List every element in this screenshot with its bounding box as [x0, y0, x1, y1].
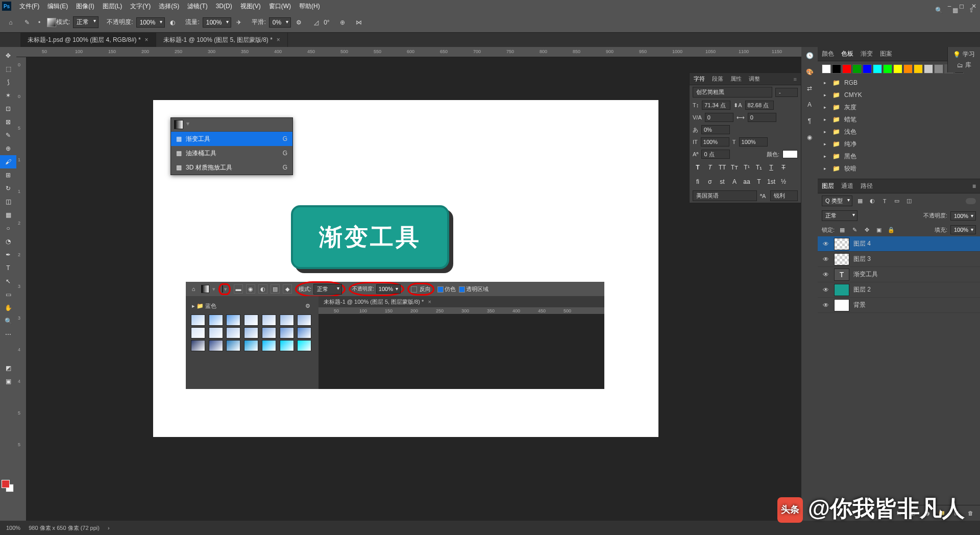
filter-image-icon[interactable]: ▦ — [855, 197, 865, 206]
color-swatch[interactable] — [903, 64, 913, 74]
quick-select-tool[interactable]: ✶ — [0, 89, 16, 102]
layer-name[interactable]: 图层 2 — [853, 285, 871, 294]
flow-dropdown[interactable]: 100% — [203, 17, 232, 28]
file-tab[interactable]: 未标题-1.psd @ 100% (图层 4, RGB/8#) *× — [20, 33, 156, 47]
gradient-preset[interactable] — [262, 314, 276, 326]
quick-mask-tool[interactable]: ◩ — [0, 361, 16, 375]
gradient-preset[interactable] — [262, 340, 276, 351]
type-tool[interactable]: T — [0, 261, 16, 275]
font-style-select[interactable]: - — [775, 88, 798, 97]
gradient-preset[interactable] — [280, 314, 294, 326]
swatch-folder[interactable]: 📁蜡笔 — [818, 113, 980, 126]
swatch-folder[interactable]: 📁RGB — [818, 77, 980, 89]
brush-tool[interactable]: 🖌 — [0, 155, 16, 168]
share-icon[interactable]: ⇪ — [967, 6, 976, 15]
zoom-value[interactable]: 100% — [6, 525, 20, 531]
visibility-icon[interactable]: 👁 — [822, 271, 830, 278]
dither-checkbox[interactable] — [437, 286, 444, 293]
menu-item[interactable]: 帮助(H) — [295, 0, 324, 12]
visibility-icon[interactable]: 👁 — [822, 286, 830, 294]
diamond-gradient-button[interactable]: ◆ — [283, 284, 292, 294]
gradient-preset[interactable] — [209, 327, 223, 338]
allcaps-button[interactable]: TT — [717, 162, 727, 173]
gradient-tool[interactable]: ▦ — [0, 208, 16, 222]
menu-item[interactable]: 图像(I) — [72, 0, 98, 12]
font-family-select[interactable]: 创艺简粗黑 — [693, 87, 772, 98]
shape-tool[interactable]: ▭ — [0, 288, 16, 301]
menu-item[interactable]: 编辑(E) — [43, 0, 72, 12]
linear-gradient-button[interactable]: ▬ — [234, 284, 243, 294]
color-swatch[interactable] — [842, 64, 851, 74]
gradient-preset[interactable] — [280, 340, 294, 351]
color-swatch[interactable] — [924, 64, 933, 74]
gradient-preset[interactable] — [280, 327, 294, 338]
gradient-preset[interactable] — [244, 340, 258, 351]
layer-row[interactable]: 👁图层 3 — [818, 252, 980, 267]
close-icon[interactable]: × — [277, 36, 280, 43]
filter-smart-icon[interactable]: ◫ — [904, 197, 914, 206]
layer-row[interactable]: 👁背景 — [818, 298, 980, 313]
brush-preset-icon[interactable]: • — [35, 18, 44, 27]
vscale-input[interactable] — [701, 137, 729, 147]
swatch-folder[interactable]: 📁黑色 — [818, 150, 980, 162]
paths-tab[interactable]: 路径 — [861, 182, 873, 190]
filter-shape-icon[interactable]: ▭ — [892, 197, 901, 206]
embed-mode-dropdown[interactable]: 正常 — [313, 284, 342, 295]
gradient-preset[interactable] — [244, 327, 258, 338]
color-swatch[interactable] — [863, 64, 872, 74]
gradient-preset[interactable] — [226, 327, 240, 338]
kerning-input[interactable] — [705, 113, 733, 122]
layer-row[interactable]: 👁图层 4 — [818, 236, 980, 252]
lock-pixels-icon[interactable]: ▦ — [838, 225, 847, 234]
tracking-input[interactable] — [748, 113, 776, 122]
library-button[interactable]: 🗂 库 — [957, 61, 971, 69]
smallcaps-button[interactable]: Tᴛ — [729, 162, 740, 173]
preset-settings-icon[interactable]: ⚙ — [303, 301, 312, 310]
swatch-folder[interactable]: 📁浅色 — [818, 126, 980, 138]
paragraph-tab[interactable]: 段落 — [712, 75, 723, 83]
close-icon[interactable]: × — [145, 36, 149, 43]
dodge-tool[interactable]: ◔ — [0, 235, 16, 248]
marquee-tool[interactable]: ⬚ — [0, 62, 16, 76]
layer-fill-dropdown[interactable]: 100% — [950, 225, 976, 234]
swatch-folder[interactable]: 📁CMYK — [818, 89, 980, 101]
layer-row[interactable]: 👁图层 2 — [818, 282, 980, 298]
airbrush-icon[interactable]: ✈ — [234, 18, 243, 27]
filter-toggle[interactable] — [966, 198, 976, 204]
menu-item[interactable]: 图层(L) — [99, 0, 127, 12]
blur-tool[interactable]: ○ — [0, 222, 16, 235]
lasso-tool[interactable]: ⟆ — [0, 76, 16, 89]
workspace-icon[interactable]: ▦ — [950, 6, 960, 15]
char-tab[interactable]: 字符 — [694, 75, 705, 83]
pressure-size-icon[interactable]: ⊕ — [338, 18, 347, 27]
panel-menu-icon[interactable]: ≡ — [794, 76, 797, 82]
swatch-folder[interactable]: 📁灰度 — [818, 101, 980, 113]
gradient-preset[interactable] — [262, 327, 276, 338]
embed-file-tab[interactable]: 未标题-1 @ 100% (图层 5, 图层蒙版/8) *× — [318, 296, 604, 307]
visibility-icon[interactable]: 👁 — [822, 256, 830, 263]
gradient-preset[interactable] — [191, 314, 205, 326]
color-swatch[interactable] — [832, 64, 841, 74]
reverse-checkbox[interactable] — [411, 286, 417, 293]
home-icon[interactable]: ⌂ — [6, 18, 15, 27]
layers-tab[interactable]: 图层 — [822, 182, 834, 190]
layer-name[interactable]: 背景 — [853, 301, 866, 309]
gradient-preset[interactable] — [209, 314, 223, 326]
gradient-preset[interactable] — [297, 314, 311, 326]
gradient-preset[interactable] — [191, 340, 205, 351]
channels-tab[interactable]: 通道 — [841, 182, 853, 190]
gradient-preset[interactable] — [191, 327, 205, 338]
gradient-preset[interactable] — [209, 340, 223, 351]
menu-item[interactable]: 文件(F) — [15, 0, 43, 12]
menu-item[interactable]: 视图(V) — [236, 0, 265, 12]
underline-button[interactable]: T — [766, 162, 776, 173]
gradient-editor-preview[interactable] — [222, 285, 223, 293]
gradient-preset[interactable] — [226, 314, 240, 326]
bold-button[interactable]: T — [693, 162, 703, 173]
healing-tool[interactable]: ⊕ — [0, 142, 16, 155]
gradient-preset[interactable] — [244, 314, 258, 326]
history-brush-tool[interactable]: ↻ — [0, 182, 16, 195]
lock-artboard-icon[interactable]: ▣ — [874, 225, 884, 234]
color-swatch[interactable] — [893, 64, 902, 74]
paragraph-panel-icon[interactable]: ¶ — [805, 116, 814, 126]
